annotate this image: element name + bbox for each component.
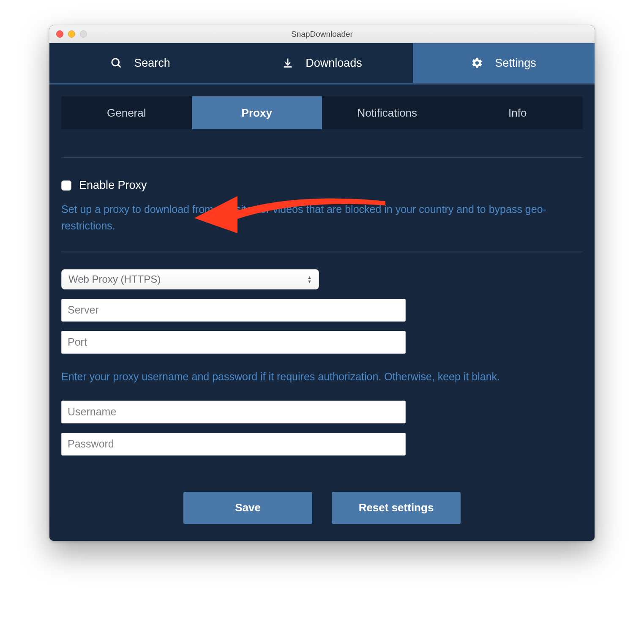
main-navbar: Search Downloads Settings	[49, 43, 595, 85]
nav-label: Search	[134, 57, 170, 70]
proxy-type-selected: Web Proxy (HTTPS)	[68, 273, 161, 285]
svg-point-0	[112, 59, 119, 66]
enable-proxy-checkbox[interactable]	[61, 180, 71, 191]
titlebar: SnapDownloader	[49, 25, 595, 43]
reset-settings-button[interactable]: Reset settings	[332, 492, 461, 524]
tab-proxy[interactable]: Proxy	[192, 96, 322, 129]
settings-content: General Proxy Notifications Info Enable …	[49, 85, 595, 541]
settings-sub-tabs: General Proxy Notifications Info	[61, 96, 583, 129]
proxy-type-select[interactable]: Web Proxy (HTTPS) ▲▼	[61, 269, 319, 289]
enable-proxy-row: Enable Proxy	[61, 179, 583, 192]
action-buttons: Save Reset settings	[61, 492, 583, 524]
nav-settings[interactable]: Settings	[413, 43, 595, 83]
app-window: SnapDownloader Search Downloads Settings…	[49, 25, 595, 541]
port-input[interactable]: Port	[61, 331, 406, 354]
download-icon	[282, 57, 294, 69]
auth-description: Enter your proxy username and password i…	[61, 371, 583, 383]
input-placeholder: Server	[68, 304, 99, 316]
search-icon	[110, 57, 122, 69]
divider	[61, 251, 583, 251]
svg-line-1	[118, 65, 121, 68]
nav-downloads[interactable]: Downloads	[231, 43, 413, 83]
tab-notifications[interactable]: Notifications	[322, 96, 453, 129]
divider	[61, 157, 583, 158]
proxy-description: Set up a proxy to download from websites…	[61, 201, 583, 234]
gear-icon	[471, 57, 483, 69]
input-placeholder: Password	[68, 438, 114, 450]
tab-info[interactable]: Info	[453, 96, 583, 129]
tab-general[interactable]: General	[61, 96, 192, 129]
nav-label: Settings	[495, 57, 536, 70]
username-input[interactable]: Username	[61, 401, 406, 423]
enable-proxy-label: Enable Proxy	[79, 179, 147, 192]
nav-label: Downloads	[306, 57, 362, 70]
save-button[interactable]: Save	[183, 492, 312, 524]
password-input[interactable]: Password	[61, 433, 406, 456]
server-input[interactable]: Server	[61, 299, 406, 322]
chevron-updown-icon: ▲▼	[307, 276, 312, 283]
input-placeholder: Port	[68, 336, 87, 348]
proxy-type-select-wrap: Web Proxy (HTTPS) ▲▼	[61, 269, 319, 289]
window-title: SnapDownloader	[49, 30, 595, 39]
input-placeholder: Username	[68, 406, 116, 418]
nav-search[interactable]: Search	[49, 43, 231, 83]
